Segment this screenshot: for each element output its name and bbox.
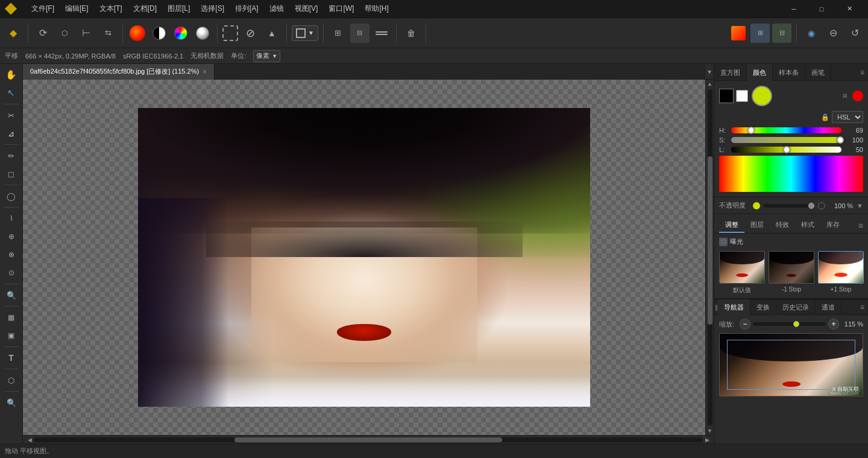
publish-button[interactable]: ⊟ bbox=[772, 24, 791, 43]
tool-select[interactable]: ↖ bbox=[2, 84, 20, 101]
grid-button[interactable]: ⊞ bbox=[329, 24, 348, 43]
menu-file[interactable]: 文件[F] bbox=[27, 2, 59, 15]
share-button[interactable]: ⇆ bbox=[98, 24, 118, 43]
hue-button[interactable] bbox=[171, 24, 190, 43]
eyedropper-icon[interactable]: ⌗ bbox=[839, 91, 850, 101]
pixel-button[interactable]: ⊟ bbox=[350, 24, 370, 43]
navigator-preview[interactable]: X 自助互联 www.xzf.com bbox=[719, 333, 863, 396]
tool-pen[interactable]: ⬡ bbox=[2, 372, 20, 389]
red-swatch[interactable] bbox=[852, 91, 863, 101]
unit-dropdown[interactable]: 像素 ▼ bbox=[253, 50, 280, 62]
menu-doc[interactable]: 文档[D] bbox=[128, 2, 162, 15]
lock-icon[interactable]: 🔒 bbox=[821, 113, 829, 121]
tab-history[interactable]: 历史记录 bbox=[776, 299, 816, 315]
hscroll-track[interactable] bbox=[34, 437, 703, 442]
menu-text[interactable]: 文本[T] bbox=[95, 2, 127, 15]
brush-settings[interactable] bbox=[372, 24, 391, 43]
menu-select[interactable]: 选择[S] bbox=[196, 2, 229, 15]
menu-view[interactable]: 视图[V] bbox=[290, 2, 323, 15]
menu-help[interactable]: 帮助[H] bbox=[360, 2, 393, 15]
zoom-out-ui-button[interactable]: ⊖ bbox=[823, 24, 843, 43]
foreground-swatch[interactable] bbox=[719, 89, 734, 103]
magic-wand-button[interactable]: ▲ bbox=[262, 24, 281, 43]
menu-edit[interactable]: 编辑[E] bbox=[60, 2, 93, 15]
quick-mask-button[interactable]: ◉ bbox=[802, 24, 821, 43]
color-fill-button[interactable] bbox=[729, 24, 748, 43]
tab-menu-button[interactable]: ▾ bbox=[704, 64, 714, 80]
opacity-dropdown-arrow[interactable]: ▼ bbox=[857, 202, 863, 209]
tool-fill[interactable]: ▣ bbox=[2, 327, 20, 344]
tab-layers[interactable]: 图层 bbox=[744, 218, 770, 233]
tool-search[interactable]: 🔍 bbox=[2, 394, 20, 411]
hscroll-right-arrow[interactable]: ▶ bbox=[703, 436, 711, 444]
tab-close-button[interactable]: × bbox=[203, 68, 207, 76]
tab-library[interactable]: 库存 bbox=[820, 218, 846, 233]
exposure-thumb-default[interactable]: 默认值 bbox=[719, 251, 765, 294]
zoom-slider-thumb[interactable] bbox=[793, 321, 799, 327]
vertical-scrollbar[interactable]: ▲ ▼ bbox=[705, 80, 714, 435]
tool-ellipse[interactable]: ◯ bbox=[2, 188, 20, 205]
navigator-button[interactable]: ⊢ bbox=[77, 24, 96, 43]
menu-layer[interactable]: 图层[L] bbox=[163, 2, 195, 15]
maximize-button[interactable]: □ bbox=[808, 0, 835, 18]
exposure-dot-button[interactable] bbox=[193, 24, 212, 43]
tab-transform[interactable]: 变换 bbox=[750, 299, 776, 315]
shape-dropdown[interactable]: ▼ bbox=[292, 25, 318, 41]
vscroll-down-arrow[interactable]: ▼ bbox=[706, 427, 714, 435]
canvas-viewport[interactable] bbox=[23, 80, 705, 435]
open-button[interactable]: ⬡ bbox=[55, 24, 74, 43]
panel-menu-button[interactable]: ≡ bbox=[857, 64, 868, 80]
hscroll-thumb[interactable] bbox=[234, 437, 502, 442]
zoom-out-button[interactable]: − bbox=[740, 319, 750, 329]
lightness-thumb[interactable] bbox=[783, 146, 790, 153]
exposure-thumb-minus1[interactable]: -1 Stop bbox=[769, 251, 814, 294]
vscroll-up-arrow[interactable]: ▲ bbox=[706, 80, 714, 88]
tab-navigator[interactable]: 导航器 bbox=[718, 299, 750, 315]
tool-zoom[interactable]: 🔍 bbox=[2, 287, 20, 304]
background-swatch[interactable] bbox=[736, 90, 748, 102]
zoom-slider-track[interactable] bbox=[753, 322, 826, 326]
tab-effects[interactable]: 特效 bbox=[770, 218, 795, 233]
tab-color[interactable]: 颜色 bbox=[747, 64, 773, 81]
horizontal-scrollbar[interactable]: ◀ ▶ bbox=[23, 435, 714, 444]
tab-swatches[interactable]: 样本条 bbox=[773, 64, 805, 81]
trash-button[interactable]: 🗑 bbox=[401, 24, 421, 43]
tool-hand[interactable]: ✋ bbox=[2, 66, 20, 83]
rect-select-button[interactable] bbox=[222, 25, 238, 41]
tool-erase[interactable]: ◻ bbox=[2, 165, 20, 182]
exposure-thumb-plus1[interactable]: +1 Stop bbox=[818, 251, 864, 294]
document-tab[interactable]: 0af6eb24c5182e7f405855fc5fcf80b.jpg [已修改… bbox=[23, 64, 215, 80]
opacity-thumb[interactable] bbox=[808, 203, 814, 209]
tool-gradient[interactable]: ▦ bbox=[2, 309, 20, 326]
saturation-slider[interactable] bbox=[731, 137, 841, 143]
lightness-slider[interactable] bbox=[731, 147, 841, 153]
lasso-button[interactable]: ⊘ bbox=[241, 24, 260, 43]
color-picker-button[interactable] bbox=[128, 24, 147, 43]
tab-brush[interactable]: 画笔 bbox=[805, 64, 831, 81]
hue-thumb[interactable] bbox=[747, 127, 755, 134]
tab-styles[interactable]: 样式 bbox=[795, 218, 820, 233]
layer-comp-button[interactable]: ⊞ bbox=[750, 24, 770, 43]
tab-adjust[interactable]: 调整 bbox=[719, 218, 744, 233]
zoom-in-ui-button[interactable]: ↺ bbox=[845, 24, 864, 43]
tool-crop[interactable]: ✂ bbox=[2, 107, 20, 124]
tab-histogram[interactable]: 直方图 bbox=[714, 64, 747, 81]
tool-smudge[interactable]: ⌇ bbox=[2, 210, 20, 227]
vscroll-track[interactable] bbox=[708, 89, 712, 425]
tool-dodge[interactable]: ⊙ bbox=[2, 264, 20, 281]
vscroll-thumb[interactable] bbox=[708, 156, 712, 325]
saturation-thumb[interactable] bbox=[837, 136, 844, 144]
zoom-in-button[interactable]: + bbox=[828, 319, 839, 329]
tool-clone[interactable]: ⊗ bbox=[2, 246, 20, 263]
menu-filter[interactable]: 滤镜 bbox=[265, 2, 289, 15]
tool-straighten[interactable]: ⊿ bbox=[2, 125, 20, 142]
tab-channels[interactable]: 通道 bbox=[816, 299, 841, 315]
hscroll-left-arrow[interactable]: ◀ bbox=[25, 436, 34, 444]
layers-tab-menu[interactable]: ≡ bbox=[857, 303, 868, 311]
color-model-select[interactable]: HSL bbox=[832, 111, 863, 123]
current-color-swatch[interactable] bbox=[752, 86, 772, 106]
opacity-slider[interactable] bbox=[764, 204, 814, 208]
menu-arrange[interactable]: 排列[A] bbox=[230, 2, 263, 15]
minimize-button[interactable]: ─ bbox=[780, 0, 808, 18]
color-gradient[interactable] bbox=[719, 156, 863, 192]
